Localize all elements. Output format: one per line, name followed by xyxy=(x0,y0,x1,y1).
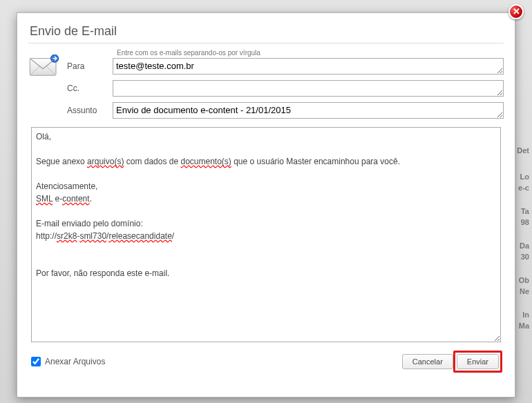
cancel-button[interactable]: Cancelar xyxy=(402,354,453,369)
email-send-dialog: Envio de E-mail Entre com os e-mails s xyxy=(17,12,515,397)
send-button[interactable]: Enviar xyxy=(457,354,499,369)
para-label: Para xyxy=(64,61,113,71)
bg-text: 30 xyxy=(521,253,529,261)
bg-text: Det xyxy=(517,146,529,155)
bg-text: 98 xyxy=(521,218,529,226)
field-assunto: Assunto xyxy=(64,102,504,119)
cc-input[interactable] xyxy=(113,80,504,97)
bg-text: Lo xyxy=(520,173,529,181)
attach-checkbox[interactable] xyxy=(31,357,41,366)
assunto-label: Assunto xyxy=(64,106,113,115)
bg-text: Ma xyxy=(519,322,529,330)
bg-text: Da xyxy=(520,242,529,250)
divider xyxy=(28,43,504,43)
body-textarea[interactable]: Olá, Segue anexo arquivo(s) com dados de… xyxy=(31,127,501,342)
field-para: Para xyxy=(64,58,504,75)
bg-text: e-c xyxy=(518,184,529,192)
recipients-hint: Entre com os e-mails separando-os por ví… xyxy=(117,49,504,57)
para-input[interactable] xyxy=(113,58,504,75)
attach-label: Anexar Arquivos xyxy=(45,357,105,366)
assunto-input[interactable] xyxy=(113,102,504,119)
mail-icon xyxy=(28,49,64,80)
close-icon: ✕ xyxy=(513,6,520,17)
send-button-highlight: Enviar xyxy=(453,351,502,373)
field-cc: Cc. xyxy=(64,80,504,97)
close-button[interactable]: ✕ xyxy=(509,4,524,19)
bg-text: Ob xyxy=(519,276,529,284)
bg-text: Ta xyxy=(521,207,529,215)
bg-text: In xyxy=(522,311,529,319)
cc-label: Cc. xyxy=(64,83,113,93)
dialog-title: Envio de E-mail xyxy=(17,13,515,43)
attach-files-toggle[interactable]: Anexar Arquivos xyxy=(31,357,105,366)
bg-text: Ne xyxy=(520,287,529,295)
